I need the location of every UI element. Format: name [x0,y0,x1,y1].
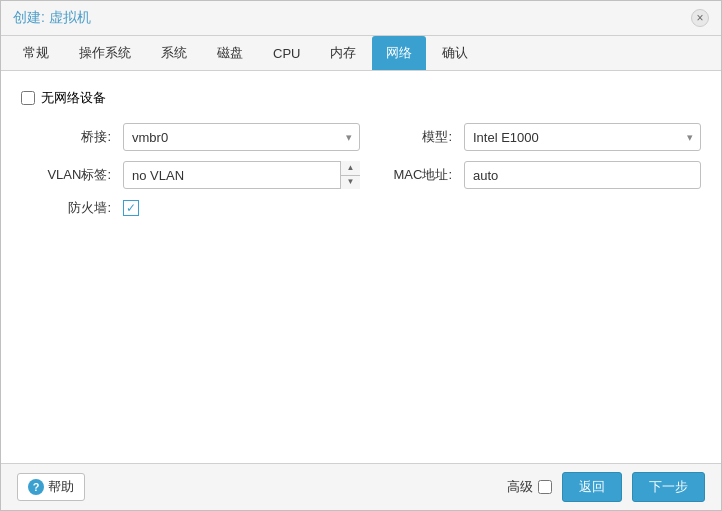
model-select[interactable]: Intel E1000 VirtIO (paravirtualized) Rea… [464,123,701,151]
mac-input[interactable] [464,161,701,189]
tab-confirm[interactable]: 确认 [428,36,482,70]
firewall-checkbox-cell: ✓ [123,200,360,216]
firewall-label: 防火墙: [21,199,111,217]
vlan-up-button[interactable]: ▲ [341,161,360,176]
tab-cpu[interactable]: CPU [259,38,314,69]
dialog-titlebar: 创建: 虚拟机 × [1,1,721,36]
form-grid: 桥接: vmbr0 vmbr1 模型: Intel E1000 VirtIO (… [21,123,701,217]
advanced-label[interactable]: 高级 [507,478,552,496]
vlan-spinners: ▲ ▼ [340,161,360,189]
bridge-select-wrapper: vmbr0 vmbr1 [123,123,360,151]
help-label: 帮助 [48,478,74,496]
advanced-checkbox[interactable] [538,480,552,494]
help-button[interactable]: ? 帮助 [17,473,85,501]
no-network-row: 无网络设备 [21,89,701,107]
vlan-input[interactable] [123,161,360,189]
next-button[interactable]: 下一步 [632,472,705,502]
tab-network[interactable]: 网络 [372,36,426,70]
bridge-label: 桥接: [21,128,111,146]
model-select-wrapper: Intel E1000 VirtIO (paravirtualized) Rea… [464,123,701,151]
mac-label: MAC地址: [372,166,452,184]
tab-system[interactable]: 系统 [147,36,201,70]
footer-right: 高级 返回 下一步 [507,472,705,502]
vlan-down-button[interactable]: ▼ [341,176,360,190]
tab-os[interactable]: 操作系统 [65,36,145,70]
footer-left: ? 帮助 [17,473,85,501]
dialog: 创建: 虚拟机 × 常规 操作系统 系统 磁盘 CPU 内存 网络 确认 无网络… [0,0,722,511]
footer: ? 帮助 高级 返回 下一步 [1,463,721,510]
firewall-checked-icon[interactable]: ✓ [123,200,139,216]
back-button[interactable]: 返回 [562,472,622,502]
no-network-checkbox[interactable] [21,91,35,105]
vlan-input-wrapper: ▲ ▼ [123,161,360,189]
tabs-bar: 常规 操作系统 系统 磁盘 CPU 内存 网络 确认 [1,36,721,71]
tab-memory[interactable]: 内存 [316,36,370,70]
model-label: 模型: [372,128,452,146]
no-network-label: 无网络设备 [41,89,106,107]
advanced-text: 高级 [507,478,533,496]
close-icon: × [696,11,703,25]
help-icon: ? [28,479,44,495]
tab-disk[interactable]: 磁盘 [203,36,257,70]
content-area: 无网络设备 桥接: vmbr0 vmbr1 模型: Intel E1000 Vi… [1,71,721,463]
vlan-label: VLAN标签: [21,166,111,184]
bridge-select[interactable]: vmbr0 vmbr1 [123,123,360,151]
dialog-title: 创建: 虚拟机 [13,9,91,27]
tab-general[interactable]: 常规 [9,36,63,70]
close-button[interactable]: × [691,9,709,27]
